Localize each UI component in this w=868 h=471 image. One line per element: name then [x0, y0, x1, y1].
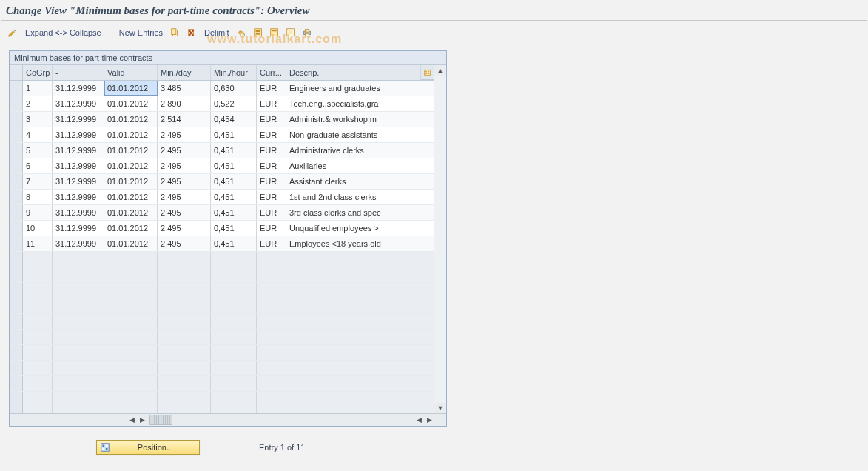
row-selector[interactable]	[10, 283, 23, 298]
cell-cogrp[interactable]: 1	[23, 81, 53, 96]
cell-cogrp[interactable]: 8	[23, 190, 53, 204]
cell-minhour[interactable]: 0,451	[211, 143, 257, 158]
row-selector[interactable]	[10, 96, 23, 111]
col-minhour[interactable]: Min./hour	[211, 65, 257, 80]
cell-valid[interactable]: 01.01.2012	[104, 81, 158, 96]
cell-cogrp[interactable]: 6	[23, 158, 53, 173]
cell-minhour[interactable]: 0,454	[211, 112, 257, 127]
cell-minhour[interactable]: 0,451	[211, 205, 257, 220]
cell-curr[interactable]: EUR	[257, 127, 286, 142]
cell-valid[interactable]: 01.01.2012	[104, 143, 158, 158]
cell-cogrp[interactable]: 9	[23, 205, 53, 220]
select-all-icon[interactable]	[252, 26, 265, 39]
cell-desc[interactable]: Employees <18 years old	[286, 236, 434, 251]
col-cogrp[interactable]: CoGrp	[23, 65, 53, 80]
row-selector[interactable]	[10, 112, 23, 127]
cell-desc[interactable]: Auxiliaries	[286, 158, 434, 173]
table-row[interactable]: 531.12.999901.01.20122,4950,451EURAdmini…	[10, 143, 434, 158]
cell-valid[interactable]: 01.01.2012	[104, 158, 158, 173]
cell-curr[interactable]: EUR	[257, 221, 286, 236]
delimit-link[interactable]: Delimit	[201, 27, 232, 39]
scroll-right-icon-2[interactable]: ▶	[424, 415, 434, 425]
cell-curr[interactable]: EUR	[257, 236, 286, 251]
horizontal-scrollbar[interactable]: ◀ ▶ ◀ ▶	[10, 413, 446, 426]
cell-minday[interactable]: 2,495	[158, 127, 211, 142]
cell-cogrp[interactable]: 10	[23, 221, 53, 236]
cell-valid[interactable]: 01.01.2012	[104, 174, 158, 189]
cell-minday[interactable]: 2,514	[158, 112, 211, 127]
cell-curr[interactable]: EUR	[257, 190, 286, 204]
cell-valid[interactable]: 01.01.2012	[104, 127, 158, 142]
row-selector[interactable]	[10, 81, 23, 96]
cell-curr[interactable]: EUR	[257, 81, 286, 96]
cell-minhour[interactable]: 0,451	[211, 127, 257, 142]
row-selector[interactable]	[10, 361, 23, 375]
cell-minhour[interactable]: 0,451	[211, 190, 257, 204]
col-valid[interactable]: Valid	[104, 65, 158, 80]
cell-end[interactable]: 31.12.9999	[53, 236, 104, 251]
cell-minday[interactable]: 2,495	[158, 236, 211, 251]
cell-curr[interactable]: EUR	[257, 174, 286, 189]
cell-cogrp[interactable]: 4	[23, 127, 53, 142]
cell-end[interactable]: 31.12.9999	[53, 96, 104, 111]
cell-curr[interactable]: EUR	[257, 143, 286, 158]
scroll-right-icon[interactable]: ▶	[137, 415, 147, 425]
cell-end[interactable]: 31.12.9999	[53, 174, 104, 189]
row-selector[interactable]	[10, 236, 23, 251]
cell-minday[interactable]: 2,495	[158, 158, 211, 173]
cell-desc[interactable]: Tech.eng.,specialists,gra	[286, 96, 434, 111]
cell-minday[interactable]: 2,495	[158, 174, 211, 189]
row-selector[interactable]	[10, 252, 23, 267]
row-selector-header[interactable]	[10, 65, 23, 80]
vertical-scrollbar[interactable]: ▲ ▼	[434, 65, 446, 413]
scroll-up-icon[interactable]: ▲	[434, 65, 446, 76]
cell-minhour[interactable]: 0,522	[211, 96, 257, 111]
expand-collapse-link[interactable]: Expand <-> Collapse	[22, 27, 104, 39]
row-selector[interactable]	[10, 143, 23, 158]
table-row[interactable]: 431.12.999901.01.20122,4950,451EURNon-gr…	[10, 127, 434, 143]
cell-minhour[interactable]: 0,451	[211, 174, 257, 189]
cell-minhour[interactable]: 0,630	[211, 81, 257, 96]
row-selector[interactable]	[10, 298, 23, 313]
row-selector[interactable]	[10, 345, 23, 360]
cell-minday[interactable]: 2,495	[158, 221, 211, 236]
cell-end[interactable]: 31.12.9999	[53, 143, 104, 158]
scroll-down-icon[interactable]: ▼	[434, 403, 446, 413]
table-row[interactable]: 1031.12.999901.01.20122,4950,451EURUnqua…	[10, 221, 434, 236]
row-selector[interactable]	[10, 190, 23, 204]
new-entries-link[interactable]: New Entries	[116, 27, 166, 39]
cell-curr[interactable]: EUR	[257, 205, 286, 220]
row-selector[interactable]	[10, 127, 23, 142]
select-block-icon[interactable]	[268, 26, 281, 39]
row-selector[interactable]	[10, 314, 23, 329]
cell-cogrp[interactable]: 3	[23, 112, 53, 127]
cell-end[interactable]: 31.12.9999	[53, 127, 104, 142]
table-row[interactable]: 131.12.999901.01.20123,4850,630EUREngine…	[10, 81, 434, 96]
row-selector[interactable]	[10, 174, 23, 189]
cell-cogrp[interactable]: 5	[23, 143, 53, 158]
col-end[interactable]: -	[53, 65, 104, 80]
cell-curr[interactable]: EUR	[257, 158, 286, 173]
cell-minday[interactable]: 3,485	[158, 81, 211, 96]
cell-valid[interactable]: 01.01.2012	[104, 221, 158, 236]
position-button[interactable]: Position...	[96, 440, 200, 455]
cell-desc[interactable]: Administrative clerks	[286, 143, 434, 158]
cell-end[interactable]: 31.12.9999	[53, 112, 104, 127]
col-desc[interactable]: Descrip.	[286, 65, 421, 80]
cell-valid[interactable]: 01.01.2012	[104, 190, 158, 204]
cell-desc[interactable]: Unqualified employees >	[286, 221, 434, 236]
configure-columns-icon[interactable]	[421, 65, 434, 80]
table-row[interactable]: 331.12.999901.01.20122,5140,454EURAdmini…	[10, 112, 434, 127]
cell-valid[interactable]: 01.01.2012	[104, 96, 158, 111]
cell-minday[interactable]: 2,495	[158, 143, 211, 158]
row-selector[interactable]	[10, 267, 23, 282]
cell-minhour[interactable]: 0,451	[211, 221, 257, 236]
row-selector[interactable]	[10, 221, 23, 236]
cell-valid[interactable]: 01.01.2012	[104, 112, 158, 127]
cell-curr[interactable]: EUR	[257, 96, 286, 111]
print-icon[interactable]	[300, 26, 314, 39]
cell-end[interactable]: 31.12.9999	[53, 205, 104, 220]
cell-end[interactable]: 31.12.9999	[53, 81, 104, 96]
scroll-left-icon[interactable]: ◀	[127, 415, 137, 425]
cell-end[interactable]: 31.12.9999	[53, 190, 104, 204]
